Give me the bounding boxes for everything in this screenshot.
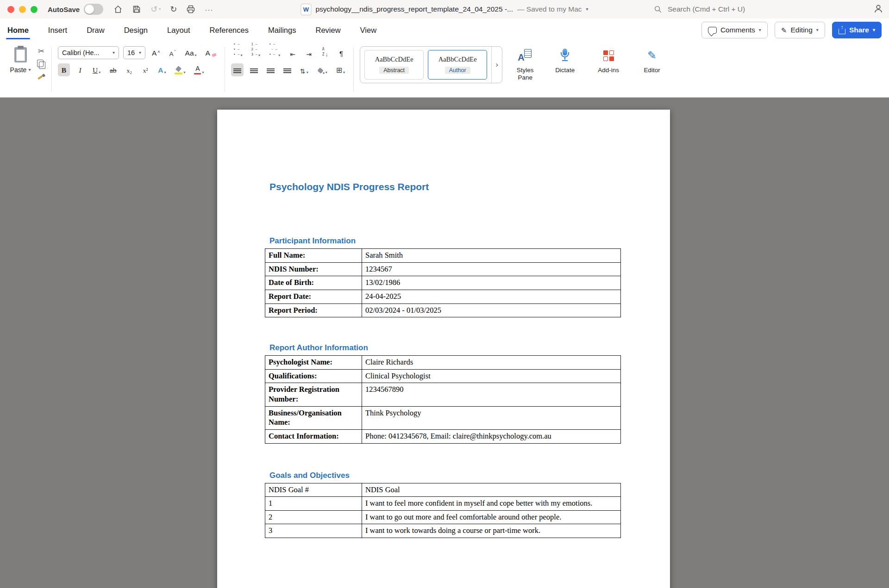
tab-insert[interactable]: Insert: [48, 19, 67, 42]
goal-number[interactable]: 1: [265, 497, 362, 511]
copy-icon[interactable]: [39, 62, 45, 69]
highlight-color-button[interactable]: ▾: [172, 63, 188, 76]
saved-status[interactable]: — Saved to my Mac: [517, 5, 582, 13]
field-value[interactable]: 13/02/1986: [362, 276, 621, 290]
borders-button[interactable]: ⊞▾: [334, 63, 347, 76]
goal-text[interactable]: I want to feel more confident in myself …: [362, 497, 621, 511]
field-label[interactable]: Psychologist Name:: [265, 356, 362, 370]
numbered-list-button[interactable]: 1 — 2 — 3 —▾: [249, 46, 263, 59]
field-value[interactable]: Phone: 0412345678, Email: claire@thinkps…: [362, 429, 621, 443]
font-size-select[interactable]: 16 ▾: [123, 46, 145, 59]
show-formatting-button[interactable]: ¶: [335, 46, 347, 59]
shading-button[interactable]: ▾: [315, 63, 330, 76]
editor-button[interactable]: ✎ Editor: [636, 46, 668, 74]
field-value[interactable]: Sarah Smith: [362, 249, 621, 263]
cut-icon[interactable]: ✂: [38, 48, 44, 55]
decrease-indent-button[interactable]: ⇤: [287, 46, 299, 59]
field-value[interactable]: 1234567: [362, 262, 621, 276]
align-left-button[interactable]: [231, 63, 244, 76]
field-value[interactable]: 1234567890: [362, 383, 621, 406]
superscript-button[interactable]: x²: [139, 63, 151, 76]
tab-design[interactable]: Design: [124, 19, 148, 42]
goal-text[interactable]: I want to go out more and feel comfortab…: [362, 510, 621, 524]
font-color-button[interactable]: A ▾: [192, 63, 206, 76]
tab-view[interactable]: View: [360, 19, 376, 42]
subscript-button[interactable]: x₂: [123, 63, 135, 76]
account-button[interactable]: [873, 4, 883, 16]
underline-button[interactable]: U▾: [90, 63, 103, 76]
sort-button[interactable]: A Z ↓: [319, 46, 331, 59]
shrink-font-button[interactable]: Aˇ: [167, 46, 179, 59]
redo-button[interactable]: ↻: [170, 5, 177, 13]
text-effects-button[interactable]: A▾: [156, 63, 168, 76]
change-case-button[interactable]: Aa▾: [183, 46, 199, 59]
goals-section-heading[interactable]: Goals and Objectives: [269, 471, 621, 480]
undo-button[interactable]: ↺ ▾: [150, 5, 161, 13]
search-field[interactable]: [654, 3, 780, 15]
grow-font-button[interactable]: A˄: [150, 46, 163, 59]
increase-indent-button[interactable]: ⇥: [303, 46, 315, 59]
field-label[interactable]: Qualifications:: [265, 369, 362, 383]
author-section-heading[interactable]: Report Author Information: [269, 343, 621, 353]
tab-layout[interactable]: Layout: [167, 19, 190, 42]
field-label[interactable]: Report Period:: [265, 303, 362, 317]
field-label[interactable]: Date of Birth:: [265, 276, 362, 290]
document-title[interactable]: psychology__ndis_progress_report_templat…: [315, 5, 513, 13]
field-label[interactable]: Contact Information:: [265, 429, 362, 443]
more-commands-button[interactable]: ···: [205, 6, 213, 13]
autosave-toggle[interactable]: [84, 4, 103, 15]
close-window-button[interactable]: [7, 6, 14, 13]
save-button[interactable]: [132, 5, 141, 14]
share-button[interactable]: ↑ Share ▾: [832, 22, 882, 38]
field-label[interactable]: Provider Registration Number:: [265, 383, 362, 406]
align-center-button[interactable]: [248, 63, 260, 76]
bullet-list-button[interactable]: • — • — • —▾: [231, 46, 245, 59]
styles-pane-button[interactable]: A Styles Pane: [509, 46, 541, 81]
field-value[interactable]: 24-04-2025: [362, 290, 621, 303]
italic-button[interactable]: I: [74, 63, 86, 76]
field-value[interactable]: Clinical Psychologist: [362, 369, 621, 383]
format-painter-icon[interactable]: [37, 74, 45, 81]
search-input[interactable]: [667, 5, 780, 14]
paste-button[interactable]: Paste ▾: [6, 46, 34, 74]
styles-gallery-more-button[interactable]: ›: [491, 47, 502, 83]
tab-draw[interactable]: Draw: [87, 19, 105, 42]
editing-mode-button[interactable]: ✎ Editing ▾: [775, 22, 825, 38]
comments-button[interactable]: Comments ▾: [701, 22, 768, 38]
field-value[interactable]: Claire Richards: [362, 356, 621, 370]
field-value[interactable]: 02/03/2024 - 01/03/2025: [362, 303, 621, 317]
doc-title-heading[interactable]: Psychology NDIS Progress Report: [269, 181, 621, 192]
goals-col-header[interactable]: NDIS Goal #: [265, 483, 362, 497]
font-name-select[interactable]: Calibri (He... ▾: [58, 46, 119, 59]
minimize-window-button[interactable]: [19, 6, 26, 13]
strikethrough-button[interactable]: ab: [107, 63, 119, 76]
dictate-button[interactable]: Dictate: [549, 46, 581, 74]
goal-number[interactable]: 3: [265, 524, 362, 538]
tab-review[interactable]: Review: [315, 19, 340, 42]
field-label[interactable]: Report Date:: [265, 290, 362, 303]
align-right-button[interactable]: [264, 63, 277, 76]
document-page[interactable]: Psychology NDIS Progress Report Particip…: [217, 110, 670, 588]
field-label[interactable]: NDIS Number:: [265, 262, 362, 276]
tab-home[interactable]: Home: [7, 19, 29, 42]
style-card-author[interactable]: AaBbCcDdEe Author: [428, 50, 487, 80]
justify-button[interactable]: [281, 63, 294, 76]
participant-section-heading[interactable]: Participant Information: [269, 236, 621, 246]
field-value[interactable]: Think Psychology: [362, 406, 621, 429]
addins-button[interactable]: Add-ins: [592, 46, 625, 74]
goal-text[interactable]: I want to work towards doing a course or…: [362, 524, 621, 538]
goal-number[interactable]: 2: [265, 510, 362, 524]
zoom-window-button[interactable]: [31, 6, 38, 13]
tab-references[interactable]: References: [210, 19, 249, 42]
style-card-abstract[interactable]: AaBbCcDdEe Abstract: [364, 50, 424, 80]
field-label[interactable]: Business/Organisation Name:: [265, 406, 362, 429]
field-label[interactable]: Full Name:: [265, 249, 362, 263]
bold-button[interactable]: B: [58, 63, 70, 76]
line-spacing-button[interactable]: ⇅▾: [298, 63, 311, 76]
print-button[interactable]: [186, 5, 195, 14]
clear-formatting-button[interactable]: A: [203, 46, 219, 59]
tab-mailings[interactable]: Mailings: [268, 19, 296, 42]
home-view-button[interactable]: [113, 5, 123, 14]
goals-col-header[interactable]: NDIS Goal: [362, 483, 621, 497]
multilevel-list-button[interactable]: • — · — • —▾: [267, 46, 282, 59]
